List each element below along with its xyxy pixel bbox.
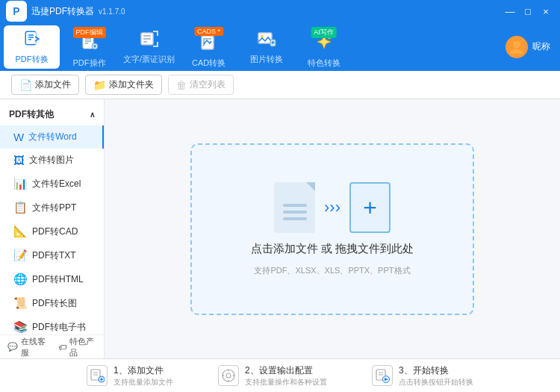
drop-zone-sub-text: 支持PDF、XLSX、XLS、PPTX、PPT格式 xyxy=(254,265,410,276)
online-service-label: 在线客服 xyxy=(21,336,48,358)
toolbar-image[interactable]: 图片转换 xyxy=(238,25,294,69)
step-3-text: 3、开始转换 点击转换按钮开始转换 xyxy=(399,364,473,388)
sidebar-item-to-image[interactable]: 🖼 文件转图片 xyxy=(0,149,104,172)
step-3: 3、开始转换 点击转换按钮开始转换 xyxy=(372,364,473,388)
step-1-title: 1、添加文件 xyxy=(113,364,173,377)
drop-zone-main-text: 点击添加文件 或 拖拽文件到此处 xyxy=(251,242,414,256)
sidebar-group-pdf-other-chevron: ∧ xyxy=(90,111,95,119)
clear-list-label: 清空列表 xyxy=(190,78,225,91)
sidebar-item-to-excel[interactable]: 📊 文件转Excel xyxy=(0,172,104,196)
svg-point-30 xyxy=(223,370,234,382)
app-title: 迅捷PDF转换器 xyxy=(31,5,94,18)
to-html-label: PDF转HTML xyxy=(32,273,84,286)
sidebar-item-to-html[interactable]: 🌐 PDF转HTML xyxy=(0,267,104,291)
image-label: 图片转换 xyxy=(250,54,283,65)
cad-badge: CADS * xyxy=(194,27,223,36)
svg-rect-1 xyxy=(26,32,36,44)
step-1-text: 1、添加文件 支持批量添加文件 xyxy=(113,364,173,388)
sidebar-item-to-cad[interactable]: 📐 PDF转CAD xyxy=(0,220,104,243)
to-ebook-label: PDF转电子书 xyxy=(32,321,86,334)
sidebar-item-to-long[interactable]: 📜 PDF转长图 xyxy=(0,291,104,315)
image-icon xyxy=(257,29,276,52)
add-folder-icon: 📁 xyxy=(93,79,106,91)
close-button[interactable]: × xyxy=(538,4,554,18)
step-1: 1、添加文件 支持批量添加文件 xyxy=(87,364,173,388)
to-txt-label: PDF转TXT xyxy=(32,249,76,262)
add-folder-button[interactable]: 📁 添加文件夹 xyxy=(85,75,162,95)
step-2: 2、设置输出配置 支持批量操作和各种设置 xyxy=(218,364,327,388)
toolbar-pdf-convert[interactable]: PDF转换 xyxy=(4,25,60,69)
sidebar-item-to-txt[interactable]: 📝 PDF转TXT xyxy=(0,243,104,267)
maximize-button[interactable]: □ xyxy=(520,4,536,18)
featured-products-label: 特色产品 xyxy=(69,336,97,358)
toolbar-pdf-ops[interactable]: PDF编辑 PDF操作 xyxy=(61,25,117,69)
cad-icon xyxy=(199,33,219,55)
sidebar: PDF转其他 ∧ W 文件转Word 🖼 文件转图片 📊 文件转Excel 📋 … xyxy=(0,99,105,358)
action-bar: 📄 添加文件 📁 添加文件夹 🗑 清空列表 xyxy=(0,71,560,99)
step-1-icon xyxy=(87,365,108,386)
toolbar-special[interactable]: AI写作 特色转换 xyxy=(296,25,352,69)
step-3-icon xyxy=(372,365,393,386)
ocr-icon xyxy=(140,29,159,52)
cad-label: CAD转换 xyxy=(192,57,225,69)
clear-list-button[interactable]: 🗑 清空列表 xyxy=(168,75,234,95)
toolbar-cad[interactable]: CADS * CAD转换 xyxy=(181,25,237,69)
arrow-right-icon: ››› xyxy=(324,198,340,217)
add-file-label: 添加文件 xyxy=(35,78,71,91)
sidebar-group-pdf-other-label: PDF转其他 xyxy=(9,108,54,121)
step-2-title: 2、设置输出配置 xyxy=(245,364,327,377)
html-icon: 🌐 xyxy=(13,273,28,286)
step-2-text: 2、设置输出配置 支持批量操作和各种设置 xyxy=(245,364,327,388)
featured-products-button[interactable]: 🏷 特色产品 xyxy=(58,336,97,358)
toolbar-ocr[interactable]: 文字/票证识别 xyxy=(119,25,179,69)
user-profile[interactable]: 昵称 xyxy=(500,33,556,61)
image-sidebar-icon: 🖼 xyxy=(13,154,25,167)
app-logo: P xyxy=(6,1,27,22)
long-image-icon: 📜 xyxy=(13,296,28,310)
word-icon: W xyxy=(13,131,24,143)
svg-point-23 xyxy=(513,41,520,49)
to-ppt-label: 文件转PPT xyxy=(32,202,76,214)
sidebar-item-to-word[interactable]: W 文件转Word xyxy=(0,125,104,149)
pdf-convert-label: PDF转换 xyxy=(16,54,49,65)
special-label: 特色转换 xyxy=(308,57,340,69)
minimize-button[interactable]: — xyxy=(502,4,518,18)
add-file-icon: 📄 xyxy=(19,79,32,91)
drop-zone[interactable]: ››› + 点击添加文件 或 拖拽文件到此处 支持PDF、XLSX、XLS、PP… xyxy=(190,143,474,315)
sidebar-group-pdf-other[interactable]: PDF转其他 ∧ xyxy=(0,104,104,125)
to-cad-label: PDF转CAD xyxy=(32,225,78,238)
main-toolbar: PDF转换 PDF编辑 PDF操作 xyxy=(0,22,560,71)
add-folder-label: 添加文件夹 xyxy=(109,78,154,91)
sidebar-footer: 💬 在线客服 🏷 特色产品 xyxy=(0,335,105,358)
to-word-label: 文件转Word xyxy=(28,131,76,143)
sidebar-item-to-ppt[interactable]: 📋 文件转PPT xyxy=(0,196,104,220)
ocr-label: 文字/票证识别 xyxy=(123,54,175,65)
app-version: v1.1.7.0 xyxy=(99,7,125,16)
ebook-icon: 📚 xyxy=(13,320,28,334)
step-2-desc: 支持批量操作和各种设置 xyxy=(245,377,327,388)
to-excel-label: 文件转Excel xyxy=(32,178,81,190)
online-service-button[interactable]: 💬 在线客服 xyxy=(7,336,48,358)
cad-sidebar-icon: 📐 xyxy=(13,225,28,238)
step-2-icon xyxy=(218,365,239,386)
to-long-label: PDF转长图 xyxy=(32,297,77,310)
title-bar: P 迅捷PDF转换器 v1.1.7.0 — □ × xyxy=(0,0,560,22)
online-service-icon: 💬 xyxy=(7,342,18,352)
ppt-icon: 📋 xyxy=(13,201,28,214)
pdf-ops-label: PDF操作 xyxy=(73,57,106,69)
source-doc-icon xyxy=(274,182,315,233)
user-avatar-icon xyxy=(505,36,528,58)
svg-point-31 xyxy=(226,373,231,378)
pdf-convert-icon xyxy=(22,29,42,52)
drop-zone-icons: ››› + xyxy=(274,182,391,233)
to-image-label: 文件转图片 xyxy=(29,154,74,167)
title-bar-left: P 迅捷PDF转换器 v1.1.7.0 xyxy=(6,1,125,22)
special-badge: AI写作 xyxy=(311,27,337,38)
add-file-plus-icon: + xyxy=(349,182,391,233)
featured-products-icon: 🏷 xyxy=(58,343,66,352)
steps-bar: 1、添加文件 支持批量添加文件 2、设置输出配置 支持批量操作和各种设置 xyxy=(0,358,560,392)
pdf-ops-badge: PDF编辑 xyxy=(73,27,106,38)
step-3-desc: 点击转换按钮开始转换 xyxy=(399,377,473,388)
add-file-button[interactable]: 📄 添加文件 xyxy=(11,75,79,95)
user-name-label: 昵称 xyxy=(532,40,550,53)
